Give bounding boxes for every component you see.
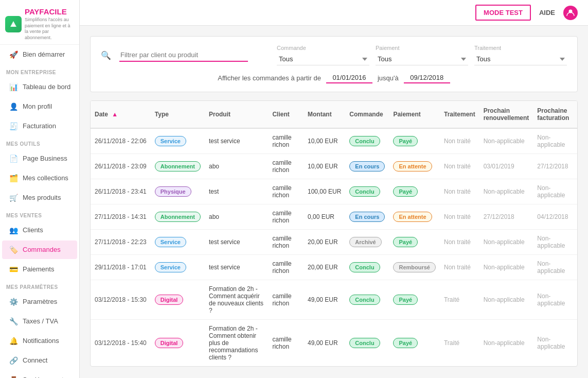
table-row[interactable]: 26/11/2018 - 22:06 Service test service …: [91, 128, 577, 154]
cell-client: camille richon: [268, 255, 304, 280]
cell-montant: 49,00 EUR: [304, 280, 345, 320]
cell-prochaine-fact: 27/12/2018: [533, 154, 577, 179]
sidebar-item-tableau-de-bord[interactable]: 📊 Tableau de bord: [2, 78, 77, 96]
cell-montant: 0,00 EUR: [304, 204, 345, 230]
notif-icon: 🔔: [8, 336, 19, 346]
table-row[interactable]: 27/11/2018 - 14:31 Abonnement abo camill…: [91, 204, 577, 230]
type-badge: Service: [155, 136, 186, 146]
user-account-icon[interactable]: [563, 6, 578, 20]
cell-produit: test: [205, 179, 268, 204]
page-icon: 📄: [8, 153, 19, 164]
commande-filter-group: Commande Tous: [277, 45, 369, 65]
sort-arrow-icon: ▲: [112, 111, 118, 118]
cell-prochaine-fact: Non-applicable: [533, 280, 577, 320]
cell-commande: Conclu: [345, 179, 389, 204]
type-badge: Abonnement: [155, 212, 201, 222]
traitement-filter-group: Traitement Tous: [474, 45, 567, 65]
date-from-label: Afficher les commandes à partir de: [218, 74, 321, 82]
sidebar-item-label: Se déconnecter: [23, 376, 69, 378]
cell-traitement: Non traité: [440, 179, 479, 204]
traitement-select[interactable]: Tous: [474, 53, 567, 65]
col-client: Client: [268, 101, 304, 128]
search-input[interactable]: [119, 49, 248, 62]
type-badge: Service: [155, 262, 186, 272]
sidebar-item-connect[interactable]: 🔗 Connect: [2, 351, 77, 370]
cell-traitement: Traité: [440, 280, 479, 320]
table-row[interactable]: 29/11/2018 - 17:01 Service test service …: [91, 255, 577, 280]
table-row[interactable]: 03/12/2018 - 15:40 Digital Formation de …: [91, 320, 577, 367]
sidebar-item-mes-produits[interactable]: 🛒 Mes produits: [2, 188, 77, 207]
col-montant: Montant: [304, 101, 345, 128]
cell-montant: 49,00 EUR: [304, 320, 345, 367]
cell-type: Abonnement: [151, 204, 205, 230]
table-row[interactable]: 03/12/2018 - 15:30 Digital Formation de …: [91, 280, 577, 320]
commande-badge: En cours: [349, 161, 385, 171]
date-to-input[interactable]: [404, 73, 450, 83]
cell-type: Physique: [151, 179, 205, 204]
sidebar-item-label: Tableau de bord: [23, 83, 70, 91]
cell-type: Digital: [151, 320, 205, 367]
cell-type: Abonnement: [151, 154, 205, 179]
sidebar-item-clients[interactable]: 👥 Clients: [2, 221, 77, 239]
cell-paiement: Payé: [389, 280, 440, 320]
logo-area: PAYFACILE Simplifions l'accès au paiemen…: [0, 0, 79, 45]
aide-button[interactable]: AIDE: [539, 9, 555, 16]
sidebar-item-paiements[interactable]: 💳 Paiements: [2, 260, 77, 279]
mode-test-button[interactable]: MODE TEST: [475, 5, 531, 21]
sidebar-item-label: Bien démarrer: [23, 50, 65, 58]
table-row[interactable]: 27/11/2018 - 22:23 Service test service …: [91, 230, 577, 255]
filter-row-date: Afficher les commandes à partir de jusqu…: [101, 73, 567, 83]
sidebar-item-mes-collections[interactable]: 🗂️ Mes collections: [2, 169, 77, 187]
table-row[interactable]: 26/11/2018 - 23:41 Physique test camille…: [91, 179, 577, 204]
table-body: 26/11/2018 - 22:06 Service test service …: [91, 128, 577, 366]
date-from-input[interactable]: [326, 73, 372, 83]
paiement-badge: Payé: [393, 338, 418, 348]
payments-icon: 💳: [8, 264, 19, 274]
cell-commande: En cours: [345, 154, 389, 179]
sidebar-item-parametres[interactable]: ⚙️ Paramètres: [2, 293, 77, 311]
traitement-label: Traitement: [474, 45, 567, 51]
cell-produit: Formation de 2h - Comment obtenir plus d…: [205, 320, 268, 367]
sidebar-item-facturation[interactable]: 🧾 Facturation: [2, 117, 77, 135]
cell-traitement: Non traité: [440, 230, 479, 255]
commande-badge: En cours: [349, 212, 385, 222]
cell-commande: Conclu: [345, 280, 389, 320]
cell-paiement: En attente: [389, 204, 440, 230]
sidebar-item-bien-demarrer[interactable]: 🚀 Bien démarrer: [2, 45, 77, 64]
col-produit: Produit: [205, 101, 268, 128]
cell-prochaine-fact: Non-applicable: [533, 255, 577, 280]
paiement-select[interactable]: Tous: [376, 53, 468, 65]
sidebar-item-taxes-tva[interactable]: 🔧 Taxes / TVA: [2, 312, 77, 331]
paiement-badge: Remboursé: [393, 262, 436, 272]
orders-icon: 🏷️: [8, 245, 19, 255]
col-traitement: Traitement: [440, 101, 479, 128]
cell-prochain-renouv: Non-applicable: [479, 230, 533, 255]
sidebar-item-label: Page Business: [23, 154, 67, 162]
cell-client: camille richon: [268, 128, 304, 154]
sidebar-item-notifications[interactable]: 🔔 Notifications: [2, 332, 77, 350]
commande-label: Commande: [277, 45, 369, 51]
cell-date: 27/11/2018 - 14:31: [91, 204, 151, 230]
table: Date ▲ Type Produit Client Montant Comma…: [91, 101, 577, 366]
commande-select[interactable]: Tous: [277, 53, 369, 65]
invoice-icon: 🧾: [8, 121, 19, 131]
cell-commande: Archivé: [345, 230, 389, 255]
cell-montant: 10,00 EUR: [304, 128, 345, 154]
clients-icon: 👥: [8, 225, 19, 235]
cell-client: camille richon: [268, 204, 304, 230]
sidebar-item-label: Mon profil: [23, 102, 52, 110]
paiement-filter-group: Paiement Tous: [376, 45, 468, 65]
cell-client: camille richon: [268, 179, 304, 204]
sidebar-item-page-business[interactable]: 📄 Page Business: [2, 149, 77, 168]
sidebar-item-label: Clients: [23, 226, 43, 234]
table-row[interactable]: 26/11/2018 - 23:09 Abonnement abo camill…: [91, 154, 577, 179]
cell-client: camille richon: [268, 230, 304, 255]
paiement-badge: Payé: [393, 186, 418, 197]
sidebar-item-label: Mes produits: [23, 194, 61, 201]
cell-montant: 10,00 EUR: [304, 154, 345, 179]
col-date[interactable]: Date ▲: [91, 101, 151, 128]
sidebar-item-mon-profil[interactable]: 👤 Mon profil: [2, 97, 77, 116]
cell-montant: 20,00 EUR: [304, 230, 345, 255]
sidebar-item-deconnecter[interactable]: 🚪 Se déconnecter: [2, 371, 77, 378]
sidebar-item-commandes[interactable]: 🏷️ Commandes: [2, 240, 77, 259]
